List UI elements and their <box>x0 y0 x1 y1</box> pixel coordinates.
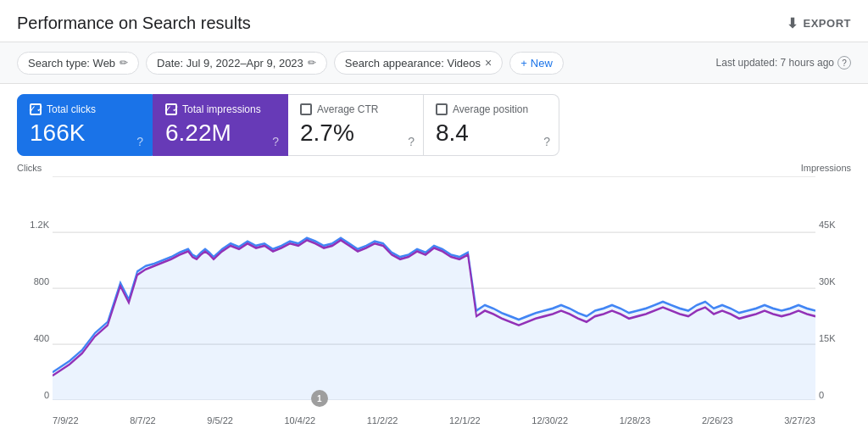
checkbox-impressions[interactable]: ✓ <box>165 103 177 115</box>
help-icon-ctr: ? <box>408 135 415 148</box>
last-updated-text: Last updated: 7 hours ago <box>716 57 834 69</box>
x-label-0: 7/9/22 <box>53 415 79 426</box>
annotation-label: 1 <box>317 394 322 403</box>
metric-label-ctr: Average CTR <box>317 103 378 115</box>
metric-label-clicks: Total clicks <box>47 103 96 115</box>
metrics-row: ✓ Total clicks 166K ? ✓ Total impression… <box>0 84 868 163</box>
header: Performance on Search results ⬇ EXPORT <box>0 0 868 42</box>
y-label-right-15k: 15K <box>819 333 851 343</box>
help-icon-clicks: ? <box>136 135 143 148</box>
search-type-filter[interactable]: Search type: Web ✏ <box>17 52 139 75</box>
search-type-label: Search type: Web <box>28 57 115 70</box>
y-label-left-1.2k: 1.2K <box>17 220 49 230</box>
annotation-dot[interactable]: 1 <box>311 390 328 407</box>
chart-wrapper: Clicks 1.2K 800 400 0 Impressions 45K 30… <box>17 163 851 426</box>
chart-area: Clicks 1.2K 800 400 0 Impressions 45K 30… <box>0 163 868 434</box>
last-updated: Last updated: 7 hours ago ? <box>716 56 851 70</box>
metric-label-row-ctr: Average CTR <box>300 103 406 115</box>
y-axis-left: Clicks 1.2K 800 400 0 <box>17 163 49 400</box>
x-label-5: 12/1/22 <box>449 415 481 426</box>
metric-average-position[interactable]: Average position 8.4 ? <box>424 94 559 156</box>
metric-value-ctr: 2.7% <box>300 120 406 147</box>
y-axis-right: Impressions 45K 30K 15K 0 <box>819 163 851 400</box>
chart-svg <box>53 176 815 400</box>
y-label-right-45k: 45K <box>819 220 851 230</box>
x-label-1: 8/7/22 <box>130 415 156 426</box>
help-icon-position: ? <box>543 135 550 148</box>
y-label-right-0: 0 <box>819 390 851 400</box>
x-label-2: 9/5/22 <box>207 415 233 426</box>
metric-average-ctr[interactable]: Average CTR 2.7% ? <box>288 94 424 156</box>
clicks-area <box>53 237 815 400</box>
help-icon-impressions: ? <box>272 135 279 148</box>
metric-value-position: 8.4 <box>436 120 542 147</box>
page-title: Performance on Search results <box>17 14 251 33</box>
export-button[interactable]: ⬇ EXPORT <box>787 15 851 31</box>
y-label-left-title: Clicks <box>17 163 42 173</box>
y-label-right-30k: 30K <box>819 276 851 287</box>
x-label-7: 1/28/23 <box>620 415 651 426</box>
help-icon-header: ? <box>837 56 851 70</box>
x-label-6: 12/30/22 <box>531 415 568 426</box>
x-label-4: 11/2/22 <box>367 415 398 426</box>
checkbox-ctr[interactable] <box>300 103 312 115</box>
checkbox-clicks[interactable]: ✓ <box>30 103 42 115</box>
export-icon: ⬇ <box>787 15 798 31</box>
search-appearance-filter[interactable]: Search appearance: Videos × <box>334 51 503 75</box>
edit-icon-date: ✏ <box>308 57 316 69</box>
y-label-left-800: 800 <box>17 276 49 287</box>
metric-total-clicks[interactable]: ✓ Total clicks 166K ? <box>17 94 153 156</box>
plus-icon: + <box>520 57 527 70</box>
edit-icon: ✏ <box>120 57 128 69</box>
metric-total-impressions[interactable]: ✓ Total impressions 6.22M ? <box>153 94 288 156</box>
x-label-3: 10/4/22 <box>284 415 315 426</box>
x-axis: 7/9/22 8/7/22 9/5/22 10/4/22 11/2/22 12/… <box>53 415 815 426</box>
remove-icon[interactable]: × <box>485 56 492 70</box>
date-range-label: Date: Jul 9, 2022–Apr 9, 2023 <box>157 57 303 70</box>
metric-label-row-clicks: ✓ Total clicks <box>30 103 135 115</box>
metric-value-clicks: 166K <box>30 120 135 147</box>
metric-value-impressions: 6.22M <box>165 120 270 147</box>
y-label-right-title: Impressions <box>801 163 851 173</box>
checkbox-position[interactable] <box>436 103 448 115</box>
date-range-filter[interactable]: Date: Jul 9, 2022–Apr 9, 2023 ✏ <box>146 52 327 75</box>
x-label-9: 3/27/23 <box>784 415 815 426</box>
search-appearance-label: Search appearance: Videos <box>345 57 481 70</box>
y-label-left-0: 0 <box>17 390 49 400</box>
main-container: Performance on Search results ⬇ EXPORT S… <box>0 0 868 434</box>
add-filter-button[interactable]: + New <box>509 52 564 75</box>
export-label: EXPORT <box>804 17 851 30</box>
filters-row: Search type: Web ✏ Date: Jul 9, 2022–Apr… <box>0 42 868 84</box>
metric-label-row-impressions: ✓ Total impressions <box>165 103 270 115</box>
add-filter-label: New <box>531 57 553 70</box>
chart-svg-container <box>53 176 815 400</box>
y-label-left-400: 400 <box>17 333 49 343</box>
metric-label-row-position: Average position <box>436 103 542 115</box>
x-label-8: 2/26/23 <box>702 415 733 426</box>
metric-label-impressions: Total impressions <box>182 103 261 115</box>
metric-label-position: Average position <box>453 103 528 115</box>
